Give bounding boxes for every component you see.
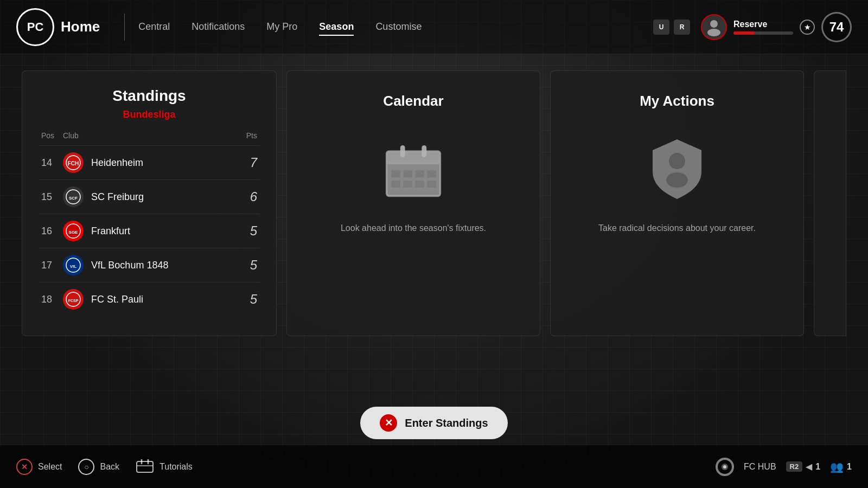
x-button-icon: ✕ [380,414,397,432]
fc-hub-label: FC HUB [744,462,776,472]
footer-action-back: ○ Back [78,459,119,475]
table-row[interactable]: 16 SGE Frankfurt 5 [39,214,260,248]
table-row[interactable]: 17 VfL VfL Bochum 1848 5 [39,248,260,282]
footer-action-tutorials: Tutorials [136,459,193,474]
table-row[interactable]: 18 FCSP FC St. Pauli 5 [39,282,260,316]
icon-box-r: R [674,20,690,35]
header: PC Home Central Notifications My Pro Sea… [0,0,868,54]
pos-14: 14 [41,157,63,169]
calendar-icon [381,137,446,202]
svg-rect-19 [415,170,424,177]
profile-xp-fill [733,31,755,35]
pos-15: 15 [41,191,63,203]
header-icons: U R [653,20,690,35]
pts-16: 5 [235,223,257,239]
svg-point-33 [723,465,726,468]
table-row[interactable]: 15 SCF SC Freiburg 6 [39,179,260,214]
star-badge: ★ [800,20,815,35]
people-badge: 👥 1 [830,460,852,473]
svg-text:FCSP: FCSP [68,299,79,303]
profile-xp-bar [733,31,793,35]
svg-rect-16 [422,145,426,157]
footer-right: FC HUB R2 ◀ 1 👥 1 [716,458,852,476]
nav-item-notifications[interactable]: Notifications [192,21,245,33]
standings-header: Pos Club Pts [39,131,260,140]
svg-text:VfL: VfL [70,264,77,269]
bottom-actions: ✕ Enter Standings [0,407,868,439]
footer-action-select: ✕ Select [16,459,62,475]
svg-rect-24 [427,181,436,188]
svg-text:SGE: SGE [69,230,79,235]
badge-bochum-icon: VfL [63,255,84,275]
col-header-pos: Pos [41,131,63,140]
icon-box-u: U [653,20,669,35]
pts-18: 5 [235,292,257,307]
club-name-heidenheim: Heidenheim [91,157,143,169]
club-name-bochum: VfL Bochum 1848 [91,260,168,271]
enter-standings-label: Enter Standings [405,417,488,429]
pos-17: 17 [41,260,63,271]
col-header-club: Club [63,131,235,140]
pts-15: 6 [235,189,257,204]
profile-info: Reserve [733,20,793,35]
circle-button-icon: ○ [78,459,94,475]
club-info: FCSP FC St. Pauli [63,289,235,310]
select-label: Select [38,462,62,472]
main-content: Standings Bundesliga Pos Club Pts 14 FCH… [0,54,868,445]
club-name-freiburg: SC Freiburg [91,191,144,203]
svg-rect-18 [403,170,412,177]
svg-rect-17 [391,170,400,177]
my-actions-description: Take radical decisions about your career… [598,223,756,233]
pts-17: 5 [235,258,257,273]
club-name-frankfurt: Frankfurt [91,226,130,237]
svg-rect-14 [387,151,441,164]
nav-item-central[interactable]: Central [138,21,170,33]
badge-heidenheim-icon: FCH [63,152,84,173]
svg-rect-27 [137,461,153,472]
r2-circle: R2 [786,461,803,472]
enter-standings-button[interactable]: ✕ Enter Standings [360,407,507,439]
calendar-title: Calendar [383,93,443,110]
pos-16: 16 [41,226,63,237]
home-label: Home [61,18,100,35]
footer: ✕ Select ○ Back Tutorials [0,445,868,488]
standings-title: Standings [39,87,260,105]
calendar-card[interactable]: Calendar Look ahead [286,70,540,336]
standings-league: Bundesliga [39,109,260,120]
back-label: Back [100,462,119,472]
badge-freiburg-icon: SCF [63,187,84,207]
calendar-description: Look ahead into the season's fixtures. [341,223,486,233]
footer-left: ✕ Select ○ Back Tutorials [16,459,716,475]
col-header-pts: Pts [235,131,257,140]
chevron-left-icon: ◀ [806,461,812,472]
header-divider [124,14,125,41]
main-nav: Central Notifications My Pro Season Cust… [138,21,653,33]
my-actions-title: My Actions [640,93,714,110]
tutorials-label: Tutorials [159,462,193,472]
club-info: VfL VfL Bochum 1848 [63,255,235,275]
profile-area: Reserve ★ 74 [701,12,852,42]
svg-rect-23 [415,181,424,188]
svg-text:FCH: FCH [68,160,79,166]
nav-item-customise[interactable]: Customise [375,21,422,33]
pts-14: 7 [235,155,257,170]
svg-point-0 [710,20,718,28]
nav-count: 1 [815,462,820,472]
pos-18: 18 [41,294,63,305]
nav-item-mypro[interactable]: My Pro [266,21,297,33]
logo-area: PC Home [16,8,100,46]
svg-point-1 [707,29,720,36]
club-name-stpauli: FC St. Pauli [91,294,143,305]
badge-stpauli-icon: FCSP [63,289,84,310]
standings-card[interactable]: Standings Bundesliga Pos Club Pts 14 FCH… [22,70,277,336]
nav-item-season[interactable]: Season [319,21,354,33]
badge-frankfurt-icon: SGE [63,221,84,241]
club-info: SGE Frankfurt [63,221,235,241]
table-row[interactable]: 14 FCH Heidenheim 7 [39,145,260,179]
fc-hub-icon [716,458,734,476]
svg-point-25 [669,153,685,169]
rating-badge: 74 [821,12,852,42]
my-actions-card[interactable]: My Actions Take radical decisions about … [550,70,804,336]
people-count: 1 [847,462,852,472]
r2-badge: R2 ◀ 1 [786,461,821,472]
